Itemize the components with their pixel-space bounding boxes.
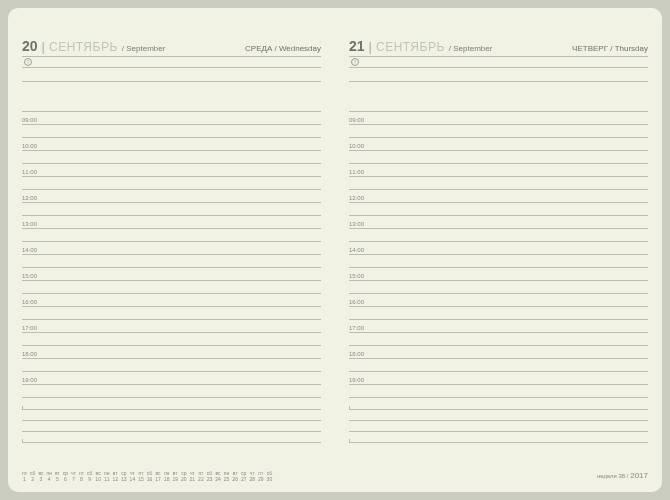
calendar-num: 24 bbox=[215, 476, 221, 482]
hour-row: 17:00 bbox=[349, 320, 648, 333]
calendar-day: пт8 bbox=[79, 470, 84, 482]
calendar-num: 13 bbox=[121, 476, 127, 482]
weekday: СРЕДА / Wednesday bbox=[245, 44, 321, 53]
calendar-day: пн4 bbox=[46, 470, 51, 482]
hour-row: 17:00 bbox=[22, 320, 321, 333]
calendar-num: 23 bbox=[207, 476, 213, 482]
rule-line bbox=[349, 177, 648, 190]
rule-line bbox=[349, 333, 648, 346]
calendar-day: сб30 bbox=[267, 470, 273, 482]
calendar-day: вс17 bbox=[155, 470, 161, 482]
calendar-num: 27 bbox=[241, 476, 247, 482]
hour-row: 19:00 bbox=[349, 372, 648, 385]
calendar-day: пт15 bbox=[138, 470, 144, 482]
rule-line bbox=[349, 307, 648, 320]
hour-row: 14:00 bbox=[349, 242, 648, 255]
rule-line bbox=[349, 255, 648, 268]
hour-label: 15:00 bbox=[22, 273, 40, 280]
rule-line bbox=[22, 281, 321, 294]
calendar-num: 15 bbox=[138, 476, 144, 482]
calendar-day: ср20 bbox=[181, 470, 187, 482]
hour-label: 19:00 bbox=[349, 377, 367, 384]
hour-row: 15:00 bbox=[22, 268, 321, 281]
hour-label: 09:00 bbox=[349, 117, 367, 124]
calendar-day: вт12 bbox=[112, 470, 118, 482]
calendar-day: вт5 bbox=[55, 470, 60, 482]
hour-label: 11:00 bbox=[349, 169, 367, 176]
hour-label: 13:00 bbox=[22, 221, 40, 228]
calendar-day: ср6 bbox=[63, 470, 68, 482]
hour-label: 12:00 bbox=[22, 195, 40, 202]
calendar-day: чт14 bbox=[130, 470, 136, 482]
calendar-num: 22 bbox=[198, 476, 204, 482]
calendar-day: вт19 bbox=[172, 470, 178, 482]
priority-row bbox=[22, 56, 321, 68]
hour-row: 09:00 bbox=[349, 112, 648, 125]
calendar-num: 12 bbox=[112, 476, 118, 482]
note-line bbox=[349, 432, 648, 443]
calendar-num: 30 bbox=[267, 476, 273, 482]
hour-label: 17:00 bbox=[349, 325, 367, 332]
calendar-day: пт1 bbox=[22, 470, 27, 482]
hour-label: 10:00 bbox=[22, 143, 40, 150]
calendar-day: пн25 bbox=[224, 470, 230, 482]
note-line bbox=[349, 421, 648, 432]
calendar-num: 2 bbox=[31, 476, 34, 482]
calendar-num: 18 bbox=[164, 476, 170, 482]
rule-line bbox=[22, 69, 321, 82]
calendar-day: вс24 bbox=[215, 470, 221, 482]
calendar-num: 19 bbox=[172, 476, 178, 482]
note-area bbox=[22, 82, 321, 112]
calendar-day: пн11 bbox=[104, 470, 110, 482]
rule-line bbox=[22, 255, 321, 268]
calendar-num: 8 bbox=[80, 476, 83, 482]
hour-row: 14:00 bbox=[22, 242, 321, 255]
notes-bottom bbox=[349, 399, 648, 443]
calendar-num: 11 bbox=[104, 476, 110, 482]
rule-line bbox=[22, 333, 321, 346]
note-line bbox=[349, 399, 648, 410]
rule-line bbox=[349, 125, 648, 138]
calendar-num: 29 bbox=[258, 476, 264, 482]
separator: | bbox=[369, 39, 372, 54]
month-en: / September bbox=[122, 44, 166, 53]
calendar-day: чт28 bbox=[249, 470, 255, 482]
week-label: неделя 38 / bbox=[597, 473, 629, 479]
calendar-day: чт21 bbox=[190, 470, 196, 482]
calendar-num: 25 bbox=[224, 476, 230, 482]
page-header: 21 | СЕНТЯБРЬ / September ЧЕТВЕРГ / Thur… bbox=[349, 38, 648, 54]
note-line bbox=[22, 421, 321, 432]
month-calendar: пт1сб2вс3пн4вт5ср6чт7пт8сб9вс10пн11вт12с… bbox=[22, 470, 272, 482]
calendar-day: вт26 bbox=[232, 470, 238, 482]
rule-line bbox=[349, 203, 648, 216]
corner-mark bbox=[349, 439, 353, 443]
calendar-day: сб16 bbox=[147, 470, 153, 482]
calendar-day: сб2 bbox=[30, 470, 35, 482]
hour-label: 10:00 bbox=[349, 143, 367, 150]
hour-label: 17:00 bbox=[22, 325, 40, 332]
month-ru: СЕНТЯБРЬ bbox=[376, 40, 445, 54]
rule-line bbox=[22, 177, 321, 190]
hour-row: 18:00 bbox=[22, 346, 321, 359]
hour-row: 13:00 bbox=[22, 216, 321, 229]
hour-label: 18:00 bbox=[349, 351, 367, 358]
planner-spread: 20 | СЕНТЯБРЬ / September СРЕДА / Wednes… bbox=[8, 8, 662, 492]
note-line bbox=[22, 399, 321, 410]
calendar-day: сб23 bbox=[207, 470, 213, 482]
year: 2017 bbox=[630, 471, 648, 480]
rule-line bbox=[22, 151, 321, 164]
rule-line bbox=[22, 229, 321, 242]
priority-row bbox=[349, 56, 648, 68]
hour-row: 16:00 bbox=[22, 294, 321, 307]
note-line bbox=[349, 410, 648, 421]
hour-row: 10:00 bbox=[349, 138, 648, 151]
calendar-day: чт7 bbox=[71, 470, 76, 482]
calendar-day: пт29 bbox=[258, 470, 264, 482]
hour-label: 19:00 bbox=[22, 377, 40, 384]
date-block: 20 | СЕНТЯБРЬ / September bbox=[22, 38, 165, 54]
day-number: 21 bbox=[349, 38, 365, 54]
hour-label: 13:00 bbox=[349, 221, 367, 228]
rule-line bbox=[349, 281, 648, 294]
separator: | bbox=[42, 39, 45, 54]
note-area bbox=[349, 82, 648, 112]
